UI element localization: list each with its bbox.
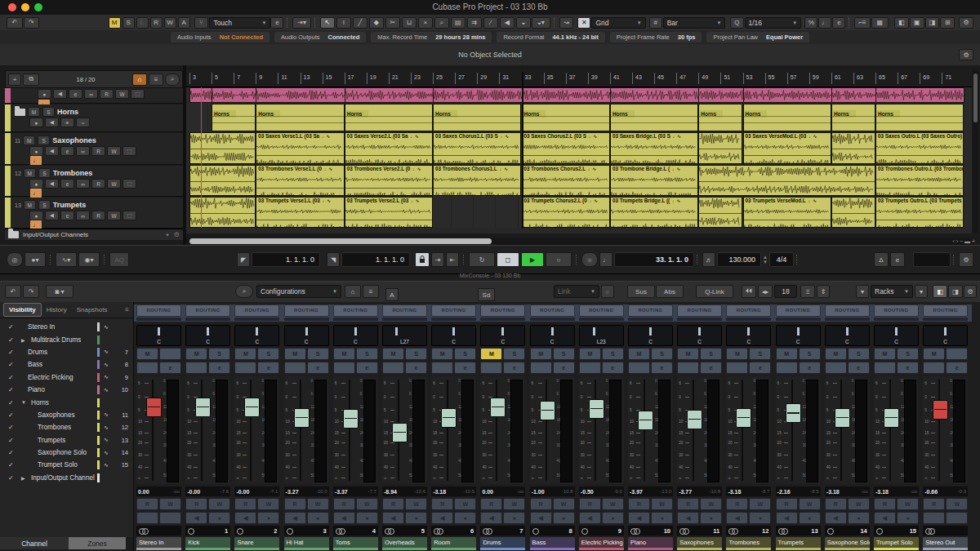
audio-event[interactable]: 03 Saxes Verse1.L (03 Sa♩∿ — [256, 132, 344, 164]
routing-rack-header[interactable]: ROUTING — [726, 304, 771, 317]
pan-control[interactable]: C — [677, 325, 722, 346]
record-enable-button[interactable]: ● — [651, 512, 673, 524]
track-row-saxophones[interactable]: 11MSSaxophones●◀e∞RW⬚♩ — [5, 133, 183, 165]
tab-visibility[interactable]: Visibility — [3, 303, 42, 317]
track-mini-button[interactable]: ⬚ — [131, 89, 145, 99]
audio-event[interactable]: 03 Trumpets Outro.L (03 Trumpets O♩∿ — [875, 197, 964, 228]
fader-db-value[interactable]: -0.50 — [581, 489, 594, 495]
record-modes-icon[interactable]: ◎ — [7, 252, 23, 267]
fader-track[interactable] — [938, 380, 940, 481]
visibility-item-stereo-in[interactable]: ✓Stereo In∿ — [0, 321, 133, 333]
record-enable-button[interactable]: ● — [553, 512, 575, 524]
right-locator-value[interactable]: 1. 1. 1. 0 — [341, 252, 410, 267]
track-filter-icon[interactable]: ≡ — [149, 73, 163, 86]
channel-solo-button[interactable]: S — [848, 348, 870, 360]
pan-control[interactable]: L23 — [579, 325, 624, 346]
monitor-button[interactable]: ◀ — [874, 512, 896, 524]
track-visibility-agents-icon[interactable]: ⌂ — [132, 73, 147, 86]
write-automation-button[interactable]: W — [749, 498, 771, 510]
fader-db-value[interactable]: -1.00 — [532, 489, 545, 495]
quantize-select[interactable]: 1/16▼ — [745, 17, 802, 29]
channel-mute-button[interactable]: M — [234, 348, 256, 360]
automation-r-button[interactable]: R — [150, 17, 163, 29]
pan-control[interactable]: C — [825, 325, 870, 346]
automation-m-button[interactable]: M — [109, 17, 121, 29]
channel-edit-button[interactable]: e — [307, 362, 329, 374]
monitor-button[interactable] — [923, 512, 945, 524]
visibility-item-input-output-channel[interactable]: ✓▶Input/Output Channel — [0, 472, 133, 484]
check-icon[interactable]: ✓ — [8, 386, 14, 393]
folder-event-horns[interactable]: Horns — [433, 104, 521, 131]
audio-event[interactable]: 03 Trombones Chorus2.L♩∿ — [522, 165, 610, 196]
channel-mute-button[interactable]: M — [431, 348, 453, 360]
check-icon[interactable]: ✓ — [8, 424, 14, 431]
punch-in-icon[interactable]: ⇥ — [431, 252, 444, 267]
fader-handle[interactable] — [589, 399, 604, 419]
timeline-ruler[interactable]: 3579111315171921232527293133353739414345… — [186, 70, 972, 87]
track-mini-button[interactable]: ∞ — [76, 211, 90, 220]
folder-event-horns[interactable]: Horns — [610, 104, 698, 131]
monitor-button[interactable]: ◀ — [431, 512, 453, 524]
fader-db-value[interactable]: -3.18 — [826, 489, 840, 495]
expand-right-icon[interactable]: ▶ — [21, 475, 25, 481]
fader-handle[interactable] — [244, 398, 260, 417]
peak-db-value[interactable]: -10.0 — [316, 489, 327, 494]
fader-db-value[interactable]: -3.18 — [728, 489, 741, 495]
routing-rack-header[interactable]: ROUTING — [284, 304, 329, 317]
tab-zones[interactable]: Zones — [69, 537, 126, 549]
fader-track[interactable] — [152, 380, 154, 481]
monitor-button[interactable]: ◀ — [284, 512, 306, 524]
check-icon[interactable]: ✓ — [8, 336, 14, 344]
track-mini-button[interactable]: R — [91, 146, 105, 156]
channel-solo-button[interactable]: S — [208, 348, 230, 360]
pan-control[interactable]: C — [480, 325, 525, 346]
automation-l-button[interactable]: L — [136, 17, 149, 29]
channel-name-row[interactable]: Electric Picking — [579, 537, 624, 550]
fader-track[interactable] — [889, 380, 891, 481]
peak-db-value[interactable]: -oo — [517, 489, 524, 494]
routing-rack-header[interactable]: ROUTING — [480, 304, 525, 317]
link-group-select[interactable]: Link▼ — [554, 285, 599, 298]
channel-mute-button[interactable]: M — [874, 348, 896, 360]
rack-tab-sd[interactable]: Sd — [478, 288, 495, 301]
check-icon[interactable]: ✓ — [8, 411, 14, 419]
pan-control[interactable]: C — [628, 325, 673, 346]
listen-button[interactable] — [530, 362, 552, 374]
audio-event[interactable]: 03 Trombones Chorus1.L♩∿ — [433, 165, 521, 196]
snap-curve-icon[interactable]: ↝ — [559, 17, 574, 29]
draw-tool-icon[interactable]: ╱ — [353, 17, 368, 29]
channel-edit-button[interactable]: e — [749, 362, 771, 374]
undo-button[interactable]: ↶ — [7, 17, 23, 29]
channel-name-row[interactable]: Drums — [480, 537, 525, 550]
pan-control[interactable]: C — [136, 325, 181, 346]
listen-button[interactable] — [579, 362, 601, 374]
check-icon[interactable]: ✓ — [8, 437, 14, 444]
track-mini-button[interactable]: e — [60, 146, 74, 156]
color-tool-icon[interactable]: ◒ — [516, 17, 531, 29]
go-left-locator-icon[interactable]: ◤ — [237, 252, 250, 267]
time-format-icon[interactable]: ♩ — [599, 252, 612, 267]
routing-slot[interactable] — [382, 318, 427, 321]
record-enable-button[interactable]: ● — [848, 512, 870, 524]
track-row-trumpets[interactable]: 13MSTrumpets●◀e∞RW⬚♩ — [5, 198, 183, 229]
fader-db-value[interactable]: -3.27 — [286, 489, 299, 495]
track-mini-button[interactable]: ⬚ — [122, 146, 136, 156]
channel-solo-button[interactable]: S — [799, 348, 821, 360]
monitor-button[interactable]: ◀ — [825, 512, 847, 524]
pan-control[interactable]: C — [874, 325, 919, 346]
record-enable-button[interactable]: ● — [454, 512, 476, 524]
channel-name-row[interactable]: Trombones — [726, 537, 771, 550]
channel-name-row[interactable]: Saxophone Solo — [825, 537, 870, 550]
routing-rack-header[interactable]: ROUTING — [628, 304, 673, 317]
peak-db-value[interactable]: -7.6 — [220, 489, 229, 494]
solo-button[interactable]: S — [42, 107, 55, 117]
channel-mute-button[interactable]: M — [284, 348, 306, 360]
folder-event-horns[interactable]: Horns — [743, 104, 831, 131]
audio-event[interactable] — [189, 132, 256, 164]
stop-button[interactable]: ◻ — [497, 252, 519, 267]
qlink-button[interactable]: Q-Link — [696, 285, 733, 298]
audiowarp-quantize-icon[interactable]: ♩ — [818, 17, 831, 29]
channel-name-row[interactable]: Hi Hat — [284, 537, 329, 550]
channel-pager-icon[interactable]: ◂▸ — [758, 285, 773, 298]
peak-db-value[interactable]: -10.5 — [464, 489, 475, 494]
